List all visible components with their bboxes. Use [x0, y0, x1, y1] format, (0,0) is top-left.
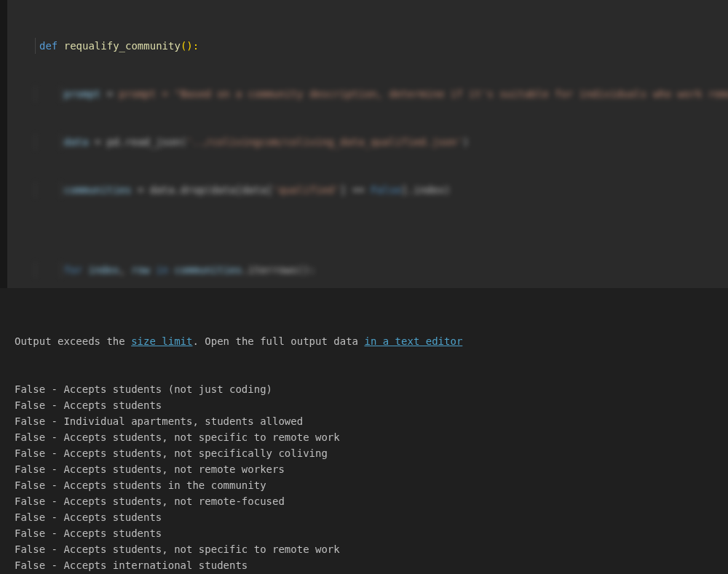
output-line: False - Accepts students, not specifical… [15, 445, 728, 461]
code-block: def requalify_community(): prompt = prom… [7, 6, 728, 288]
output-line: False - Accepts students in the communit… [15, 477, 728, 493]
blurred-code-line: prompt = prompt = "Based on a community … [39, 86, 728, 102]
code-editor[interactable]: ] def requalify_community(): prompt = pr… [7, 0, 728, 288]
output-line: False - Individual apartments, students … [15, 413, 728, 429]
size-limit-link[interactable]: size limit [131, 335, 192, 347]
cell-output-indicator: ] [7, 276, 9, 285]
text-editor-link[interactable]: in a text editor [364, 335, 462, 347]
output-panel[interactable]: Output exceeds the size limit. Open the … [0, 288, 728, 574]
output-line: False - Accepts students [15, 397, 728, 413]
blurred-code-line: for index, row in communities.iterrows()… [39, 262, 728, 278]
output-line: False - Accepts students, not remote wor… [15, 461, 728, 477]
keyword-def: def [39, 40, 64, 52]
function-name: requalify_community [64, 40, 181, 52]
output-line: False - Accepts students [15, 525, 728, 541]
blurred-code-line: data = pd.read_json('../colivingcom/coli… [39, 134, 728, 150]
output-line: False - Accepts students, not specific t… [15, 541, 728, 557]
output-line: False - Accepts students, not specific t… [15, 429, 728, 445]
output-header: Output exceeds the size limit. Open the … [15, 333, 728, 349]
output-line: False - Accepts international students [15, 557, 728, 573]
parens: (): [181, 40, 199, 52]
blurred-code-line: communities = data.drop(data[data['quali… [39, 182, 728, 198]
output-line: False - Accepts students, not remote-foc… [15, 493, 728, 509]
output-line: False - Accepts students [15, 509, 728, 525]
output-line: False - Accepts students (not just codin… [15, 381, 728, 397]
